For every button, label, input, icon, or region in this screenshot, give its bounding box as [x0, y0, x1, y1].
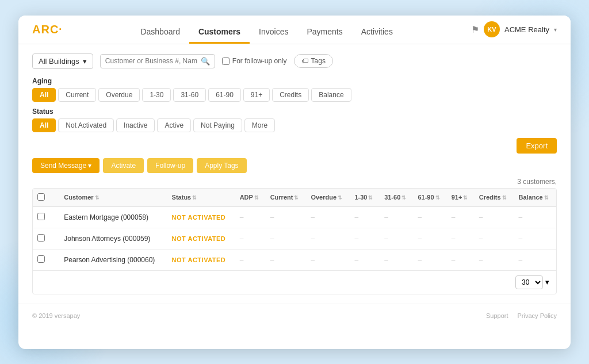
aging-pill-overdue[interactable]: Overdue [98, 88, 140, 102]
company-dropdown-arrow[interactable]: ▾ [554, 26, 557, 33]
customer-balance: – [514, 228, 556, 249]
avatar: KV [484, 21, 500, 37]
row-checkbox-cell [33, 249, 49, 270]
flag-icon: ⚑ [471, 24, 479, 35]
status-pill-inactive[interactable]: Inactive [116, 118, 155, 132]
footer-links: Support Privacy Policy [486, 312, 557, 319]
col-header-current[interactable]: Current⇅ [266, 189, 307, 207]
col-header-status[interactable]: Status⇅ [167, 189, 235, 207]
export-button[interactable]: Export [517, 138, 557, 154]
customer-status: NOT ACTIVATED [167, 228, 235, 249]
customers-table: Customer⇅ Status⇅ ADP⇅ Current⇅ Overdue⇅… [33, 189, 556, 270]
row-checkbox[interactable] [37, 255, 45, 263]
col-header-1-30[interactable]: 1-30⇅ [350, 189, 380, 207]
row-sort-handle [49, 249, 59, 270]
col-header-61-90[interactable]: 61-90⇅ [413, 189, 446, 207]
customer-credits: – [475, 249, 514, 270]
customer-91plus: – [447, 249, 475, 270]
customer-name[interactable]: Pearson Advertising (000060) [59, 249, 167, 270]
copyright: © 2019 versapay [32, 312, 80, 319]
search-input[interactable] [105, 57, 197, 65]
support-link[interactable]: Support [486, 312, 508, 319]
logo: ARC · [32, 23, 62, 42]
customer-balance: – [514, 249, 556, 270]
tag-icon: 🏷 [301, 57, 308, 65]
aging-pill-91plus[interactable]: 91+ [243, 88, 270, 102]
aging-pill-credits[interactable]: Credits [272, 88, 309, 102]
followup-button[interactable]: Follow-up [147, 158, 193, 173]
privacy-policy-link[interactable]: Privacy Policy [518, 312, 557, 319]
header: ARC · Dashboard Customers Invoices Payme… [18, 16, 571, 44]
status-pill-active[interactable]: Active [157, 118, 191, 132]
row-checkbox-cell [33, 228, 49, 249]
aging-pill-61-90[interactable]: 61-90 [208, 88, 241, 102]
logo-text: ARC [32, 23, 59, 36]
row-checkbox[interactable] [37, 234, 45, 242]
customer-1-30: – [350, 228, 380, 249]
customer-1-30: – [350, 249, 380, 270]
table-row: Eastern Mortgage (000058) NOT ACTIVATED … [33, 206, 556, 228]
aging-pill-balance[interactable]: Balance [311, 88, 351, 102]
aging-label: Aging [32, 77, 557, 85]
col-header-customer[interactable]: Customer⇅ [59, 189, 167, 207]
table-footer: 30 ▾ [33, 270, 556, 294]
customer-name[interactable]: Johnson Attorneys (000059) [59, 228, 167, 249]
activate-button[interactable]: Activate [103, 158, 144, 173]
customers-table-wrapper: Customer⇅ Status⇅ ADP⇅ Current⇅ Overdue⇅… [32, 188, 557, 294]
status-pill-not-paying[interactable]: Not Paying [193, 118, 242, 132]
browser-window: ARC · Dashboard Customers Invoices Payme… [18, 16, 571, 349]
select-all-checkbox[interactable] [37, 193, 45, 201]
customer-31-60: – [380, 249, 413, 270]
customer-current: – [266, 228, 307, 249]
status-pill-more[interactable]: More [244, 118, 275, 132]
row-sort-handle [49, 206, 59, 228]
col-header-91plus[interactable]: 91+⇅ [447, 189, 475, 207]
customer-name[interactable]: Eastern Mortgage (000058) [59, 206, 167, 228]
tab-activities[interactable]: Activities [352, 21, 402, 44]
status-pill-not-activated[interactable]: Not Activated [58, 118, 114, 132]
send-message-button[interactable]: Send Message ▾ [32, 158, 100, 173]
customer-credits: – [475, 206, 514, 228]
customer-61-90: – [413, 206, 446, 228]
aging-pill-1-30[interactable]: 1-30 [142, 88, 171, 102]
customer-adp: – [235, 249, 266, 270]
building-dropdown[interactable]: All Buildings ▾ [32, 53, 93, 69]
status-pill-all[interactable]: All [32, 118, 56, 132]
table-row: Johnson Attorneys (000059) NOT ACTIVATED… [33, 228, 556, 249]
customers-count: 3 customers, [32, 178, 557, 186]
aging-pill-all[interactable]: All [32, 88, 56, 102]
aging-pill-31-60[interactable]: 31-60 [173, 88, 206, 102]
followup-checkbox[interactable] [222, 58, 230, 65]
col-header-31-60[interactable]: 31-60⇅ [380, 189, 413, 207]
header-right: ⚑ KV ACME Realty ▾ [471, 21, 557, 43]
nav-tabs: Dashboard Customers Invoices Payments Ac… [131, 21, 401, 44]
aging-pill-current[interactable]: Current [58, 88, 96, 102]
per-page-select[interactable]: 30 [515, 275, 543, 289]
tab-customers[interactable]: Customers [189, 21, 250, 44]
customer-31-60: – [380, 206, 413, 228]
customer-status: NOT ACTIVATED [167, 249, 235, 270]
tab-dashboard[interactable]: Dashboard [131, 21, 189, 44]
status-pills: All Not Activated Inactive Active Not Pa… [32, 118, 557, 132]
customer-overdue: – [306, 206, 350, 228]
search-box: 🔍 [100, 54, 215, 68]
page-footer: © 2019 versapay Support Privacy Policy [18, 304, 571, 327]
col-header-balance[interactable]: Balance⇅ [514, 189, 556, 207]
apply-tags-button[interactable]: Apply Tags [197, 158, 246, 173]
col-header-sort [49, 189, 59, 207]
col-header-credits[interactable]: Credits⇅ [475, 189, 514, 207]
tab-payments[interactable]: Payments [297, 21, 351, 44]
row-checkbox[interactable] [37, 213, 45, 220]
customer-current: – [266, 249, 307, 270]
col-header-overdue[interactable]: Overdue⇅ [306, 189, 350, 207]
filter-bar: All Buildings ▾ 🔍 For follow-up only 🏷 T… [32, 53, 557, 69]
tab-invoices[interactable]: Invoices [250, 21, 297, 44]
customer-balance: – [514, 206, 556, 228]
customer-status: NOT ACTIVATED [167, 206, 235, 228]
customer-adp: – [235, 206, 266, 228]
col-header-adp[interactable]: ADP⇅ [235, 189, 266, 207]
tags-button[interactable]: 🏷 Tags [294, 54, 333, 68]
customer-31-60: – [380, 228, 413, 249]
customer-adp: – [235, 228, 266, 249]
table-header-row: Customer⇅ Status⇅ ADP⇅ Current⇅ Overdue⇅… [33, 189, 556, 207]
